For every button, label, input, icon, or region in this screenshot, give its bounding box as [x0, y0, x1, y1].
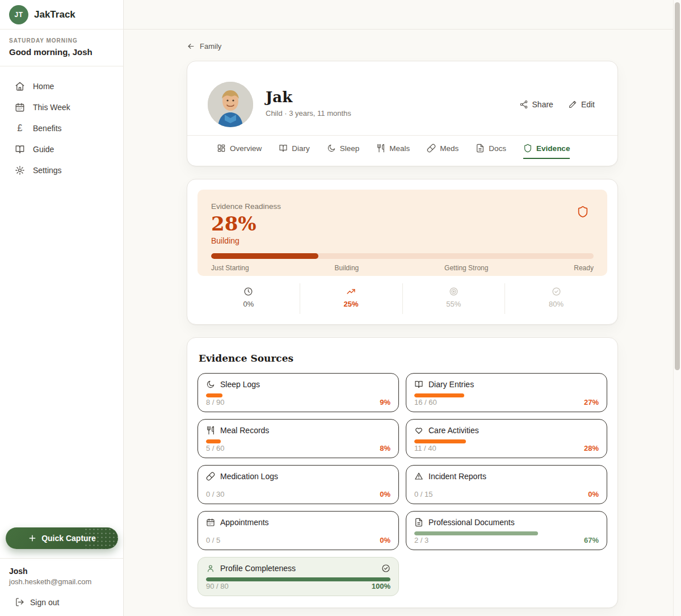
tab-meals[interactable]: Meals: [376, 144, 410, 159]
calendar-icon: [206, 518, 215, 527]
home-icon: [15, 81, 25, 91]
tab-label: Diary: [292, 144, 310, 153]
scrollbar-track[interactable]: [673, 0, 681, 616]
source-card-care-activities[interactable]: Care Activities 11 / 4028%: [406, 419, 607, 458]
sidebar-bottom: Quick Capture Josh josh.hesketh@gmail.co…: [0, 527, 123, 616]
stage-label: Ready: [574, 264, 594, 272]
sidebar-item-home[interactable]: Home: [0, 76, 123, 97]
sidebar-item-label: Home: [33, 82, 54, 91]
source-card-professional-documents[interactable]: Professional Documents 2 / 367%: [406, 511, 607, 550]
stage-label: Just Starting: [211, 264, 249, 272]
source-progress-track: [414, 485, 599, 489]
shield-icon: [523, 144, 532, 153]
alert-triangle-icon: [414, 472, 423, 481]
stage-label: Getting Strong: [444, 264, 488, 272]
tab-docs[interactable]: Docs: [476, 144, 506, 159]
source-card-profile-completeness[interactable]: Profile Completeness 90 / 80100%: [197, 557, 399, 596]
tab-overview[interactable]: Overview: [217, 144, 262, 159]
source-progress-fill: [414, 531, 538, 535]
sign-out-label: Sign out: [30, 598, 59, 607]
pill-icon: [427, 144, 436, 153]
grid-icon: [217, 144, 226, 153]
source-progress-track: [414, 393, 599, 397]
sidebar-item-benefits[interactable]: £ Benefits: [0, 118, 123, 139]
top-bar: [124, 0, 681, 30]
quick-capture-button[interactable]: Quick Capture: [6, 527, 118, 549]
source-count: 2 / 3: [414, 536, 428, 544]
source-count: 0 / 30: [206, 490, 225, 498]
source-title: Meal Records: [220, 426, 269, 435]
readiness-progress-fill: [211, 253, 318, 259]
readiness-progress-track: [211, 253, 594, 259]
clock-icon: [243, 287, 253, 296]
utensils-icon: [376, 144, 385, 153]
source-percent: 0%: [380, 536, 390, 544]
arrow-left-icon: [187, 42, 195, 51]
stage-label: Building: [335, 264, 359, 272]
heart-icon: [414, 426, 423, 435]
source-card-incident-reports[interactable]: Incident Reports 0 / 150%: [406, 465, 607, 504]
utensils-icon: [206, 426, 215, 435]
source-card-appointments[interactable]: Appointments 0 / 50%: [197, 511, 399, 550]
check-circle-icon: [381, 564, 390, 573]
milestone-value: 80%: [549, 300, 564, 308]
shield-icon: [577, 206, 589, 218]
user-email: josh.hesketh@gmail.com: [9, 577, 114, 586]
source-card-medication-logs[interactable]: Medication Logs 0 / 300%: [197, 465, 399, 504]
breadcrumb[interactable]: Family: [187, 42, 221, 51]
source-title: Appointments: [220, 518, 269, 527]
source-percent: 67%: [584, 536, 599, 544]
source-percent: 27%: [584, 398, 599, 407]
moon-icon: [206, 380, 215, 389]
tab-diary[interactable]: Diary: [279, 144, 310, 159]
sidebar-item-this-week[interactable]: This Week: [0, 97, 123, 118]
profile-card: Jak Child · 3 years, 11 months Share Edi…: [187, 61, 618, 166]
edit-button[interactable]: Edit: [568, 100, 595, 109]
source-count: 0 / 5: [206, 536, 220, 544]
app-logo-initials: JT: [14, 11, 23, 19]
source-percent: 100%: [372, 582, 390, 590]
evidence-sources-title: Evidence Sources: [199, 353, 607, 364]
source-progress-track: [206, 577, 390, 581]
readiness-panel: Evidence Readiness 28% Building Just Sta…: [197, 190, 607, 276]
source-title: Incident Reports: [428, 472, 486, 481]
source-card-meal-records[interactable]: Meal Records 5 / 608%: [197, 419, 399, 458]
source-count: 11 / 40: [414, 444, 436, 452]
source-progress-fill: [414, 439, 466, 443]
scrollbar-thumb[interactable]: [675, 2, 680, 370]
gear-icon: [15, 165, 25, 175]
sign-out-button[interactable]: Sign out: [0, 586, 123, 616]
source-progress-track: [206, 439, 390, 443]
source-card-diary-entries[interactable]: Diary Entries 16 / 6027%: [406, 373, 607, 412]
readiness-percent: 28%: [211, 213, 594, 235]
source-progress-fill: [206, 439, 221, 443]
sidebar-nav: Home This Week £ Benefits Guide Settings: [0, 66, 123, 190]
source-progress-fill: [414, 393, 464, 397]
tab-evidence[interactable]: Evidence: [523, 144, 570, 159]
source-count: 5 / 60: [206, 444, 225, 452]
source-progress-track: [414, 439, 599, 443]
milestones-row: 0% 25% 55% 80%: [197, 276, 607, 314]
sidebar: JT JakTrack SATURDAY MORNING Good mornin…: [0, 0, 124, 616]
tab-label: Meds: [440, 144, 459, 153]
milestone-25: 25%: [300, 283, 402, 314]
avatar: [208, 82, 253, 127]
source-count: 16 / 60: [414, 398, 437, 407]
check-circle-icon: [552, 287, 561, 296]
logout-icon: [15, 597, 24, 607]
sidebar-item-guide[interactable]: Guide: [0, 139, 123, 160]
file-text-icon: [414, 518, 423, 527]
source-percent: 0%: [588, 490, 599, 498]
tab-sleep[interactable]: Sleep: [327, 144, 360, 159]
source-card-sleep-logs[interactable]: Sleep Logs 8 / 909%: [197, 373, 399, 412]
source-title: Professional Documents: [428, 518, 515, 527]
child-name: Jak: [266, 89, 351, 106]
plus-icon: [28, 534, 37, 543]
source-progress-fill: [206, 577, 390, 581]
tab-meds[interactable]: Meds: [427, 144, 459, 159]
sidebar-item-settings[interactable]: Settings: [0, 160, 123, 181]
source-count: 8 / 90: [206, 398, 225, 407]
source-percent: 8%: [380, 444, 390, 452]
share-button[interactable]: Share: [519, 100, 553, 109]
sidebar-item-label: Settings: [33, 166, 62, 175]
